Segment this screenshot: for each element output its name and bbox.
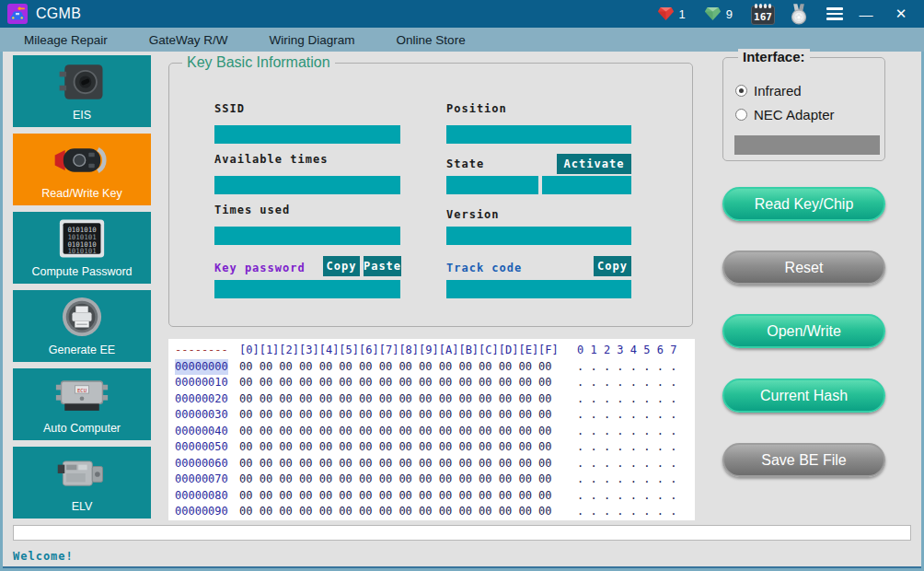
sidebar-item-label: Generate EE xyxy=(49,344,115,356)
interface-group-title: Interface: xyxy=(738,49,810,64)
menu-item-wiring-diagram[interactable]: Wiring Diagram xyxy=(264,31,361,49)
key-basic-information-group: Key Basic Information SSID Available tim… xyxy=(168,63,693,327)
hex-row-bytes: 00 00 00 00 00 00 00 00 00 00 00 00 00 0… xyxy=(239,488,552,505)
calendar-number: 167 xyxy=(754,10,772,24)
hex-row[interactable]: 0000007000 00 00 00 00 00 00 00 00 00 00… xyxy=(168,472,695,488)
hex-row-address: 00000090 xyxy=(175,504,228,520)
red-gem-count: 1 xyxy=(679,7,686,21)
available-times-label: Available times xyxy=(214,153,328,166)
sidebar-item-compute-password[interactable]: 0101010101010101010101010101Compute Pass… xyxy=(13,212,151,284)
hex-row-bytes: 00 00 00 00 00 00 00 00 00 00 00 00 00 0… xyxy=(239,456,552,472)
radio-option-label: NEC Adapter xyxy=(754,107,835,122)
sidebar-item-read-write-key[interactable]: Read/Write Key xyxy=(13,134,151,205)
ssid-label: SSID xyxy=(214,102,245,115)
hex-row-ascii: . . . . . . . . xyxy=(577,375,676,391)
hex-row[interactable]: 0000003000 00 00 00 00 00 00 00 00 00 00… xyxy=(168,407,695,424)
ignition-lock-icon xyxy=(54,55,110,109)
radio-infrared-icon xyxy=(735,85,747,97)
hex-row-ascii: . . . . . . . . xyxy=(577,488,676,505)
times-used-label: Times used xyxy=(214,204,290,216)
save-be-file-button[interactable]: Save BE File xyxy=(722,443,885,477)
radio-option-infrared[interactable]: Infrared xyxy=(735,83,802,99)
hex-row[interactable]: 0000009000 00 00 00 00 00 00 00 00 00 00… xyxy=(168,504,695,520)
menu-item-online-store[interactable]: Online Store xyxy=(391,31,471,49)
close-button[interactable]: ✕ xyxy=(889,6,913,22)
hex-row-ascii: . . . . . . . . xyxy=(577,456,676,472)
app-title: CGMB xyxy=(36,6,81,22)
radio-option-label: Infrared xyxy=(754,83,802,99)
position-field[interactable] xyxy=(446,125,631,144)
position-label: Position xyxy=(446,102,507,115)
calendar-badge: 167 xyxy=(751,6,775,25)
printer-badge-icon xyxy=(61,290,103,344)
interface-status-bar xyxy=(734,135,880,155)
hex-row-bytes: 00 00 00 00 00 00 00 00 00 00 00 00 00 0… xyxy=(239,407,552,424)
sidebar-item-eis[interactable]: EIS xyxy=(13,55,151,127)
key-password-paste-button[interactable]: Paste xyxy=(364,256,401,276)
sidebar-item-label: Read/Write Key xyxy=(41,187,121,200)
status-message: Welcome! xyxy=(13,550,74,563)
red-gem-counter: 1 xyxy=(657,6,686,21)
hex-row[interactable]: 0000002000 00 00 00 00 00 00 00 00 00 00… xyxy=(168,391,695,408)
hex-row-bytes: 00 00 00 00 00 00 00 00 00 00 00 00 00 0… xyxy=(239,391,552,408)
menu-item-mileage-repair[interactable]: Mileage Repair xyxy=(18,31,113,49)
binary-screen-icon: 0101010101010101010101010101 xyxy=(58,212,106,265)
calendar-rings xyxy=(755,4,771,8)
hex-row-bytes: 00 00 00 00 00 00 00 00 00 00 00 00 00 0… xyxy=(239,504,552,520)
version-field[interactable] xyxy=(446,227,631,245)
sidebar-item-auto-computer[interactable]: ECUAuto Computer xyxy=(13,368,151,440)
hex-row[interactable]: 0000006000 00 00 00 00 00 00 00 00 00 00… xyxy=(168,456,695,472)
hex-row-bytes: 00 00 00 00 00 00 00 00 00 00 00 00 00 0… xyxy=(239,439,552,456)
sidebar-item-label: EIS xyxy=(73,109,91,122)
sidebar-item-label: Compute Password xyxy=(31,265,132,278)
hex-row[interactable]: 0000005000 00 00 00 00 00 00 00 00 00 00… xyxy=(168,439,695,456)
elv-module-icon xyxy=(54,447,110,500)
menu-item-gateway-r-w[interactable]: GateWay R/W xyxy=(144,31,234,49)
track-code-field[interactable] xyxy=(446,280,631,298)
current-hash-button[interactable]: Current Hash xyxy=(722,379,885,413)
svg-text:ECU: ECU xyxy=(77,388,87,393)
hex-row-address: 00000080 xyxy=(175,488,228,505)
sidebar-item-label: ELV xyxy=(72,500,93,513)
radio-option-nec-adapter[interactable]: NEC Adapter xyxy=(735,107,835,122)
hex-row-address: 00000020 xyxy=(175,391,228,408)
hex-row-ascii: . . . . . . . . xyxy=(577,424,676,440)
hex-row[interactable]: 0000001000 00 00 00 00 00 00 00 00 00 00… xyxy=(168,375,695,391)
key-password-copy-button[interactable]: Copy xyxy=(323,256,360,276)
hex-row-address: 00000070 xyxy=(175,472,228,488)
menu-hamburger-button[interactable] xyxy=(826,7,843,20)
hex-row[interactable]: 0000004000 00 00 00 00 00 00 00 00 00 00… xyxy=(168,424,695,440)
green-gem-count: 9 xyxy=(726,7,733,21)
version-label: Version xyxy=(446,208,500,221)
hex-row-bytes: 00 00 00 00 00 00 00 00 00 00 00 00 00 0… xyxy=(239,424,552,440)
sidebar-item-elv[interactable]: ELV xyxy=(13,447,151,519)
state-activate-button[interactable]: Activate xyxy=(557,154,631,174)
hex-row[interactable]: 0000000000 00 00 00 00 00 00 00 00 00 00… xyxy=(168,359,695,376)
track-code-copy-button[interactable]: Copy xyxy=(594,256,631,276)
hex-row-ascii: . . . . . . . . xyxy=(577,439,676,456)
ssid-field[interactable] xyxy=(214,125,400,144)
minimize-button[interactable]: — xyxy=(854,6,878,22)
progress-bar xyxy=(13,525,911,541)
open-write-button[interactable]: Open/Write xyxy=(722,314,885,348)
reset-button[interactable]: Reset xyxy=(722,251,885,285)
state-label: State xyxy=(446,157,484,170)
key-password-field[interactable] xyxy=(214,280,400,298)
times-used-field[interactable] xyxy=(214,227,400,245)
hex-ascii-headers: 0 1 2 3 4 5 6 7 xyxy=(577,343,676,359)
red-gem-icon xyxy=(657,6,675,21)
hex-address-header: -------- xyxy=(175,343,228,359)
hex-row-address: 00000030 xyxy=(175,407,228,424)
hex-row-ascii: . . . . . . . . xyxy=(577,504,676,520)
read-key-chip-button[interactable]: Read Key/Chip xyxy=(722,187,885,221)
state-field-left[interactable] xyxy=(446,176,538,194)
available-times-field[interactable] xyxy=(214,176,400,194)
state-field-right[interactable] xyxy=(542,176,631,194)
hex-column-headers: [0][1][2][3][4][5][6][7][8][9][A][B][C][… xyxy=(239,343,559,359)
hex-row-address: 00000010 xyxy=(175,375,228,391)
hex-row[interactable]: 0000008000 00 00 00 00 00 00 00 00 00 00… xyxy=(168,488,695,505)
sidebar-item-generate-ee[interactable]: Generate EE xyxy=(13,290,151,362)
green-gem-counter: 9 xyxy=(704,6,733,21)
hex-viewer[interactable]: --------[0][1][2][3][4][5][6][7][8][9][A… xyxy=(168,339,695,520)
hex-row-address: 00000050 xyxy=(175,439,228,456)
